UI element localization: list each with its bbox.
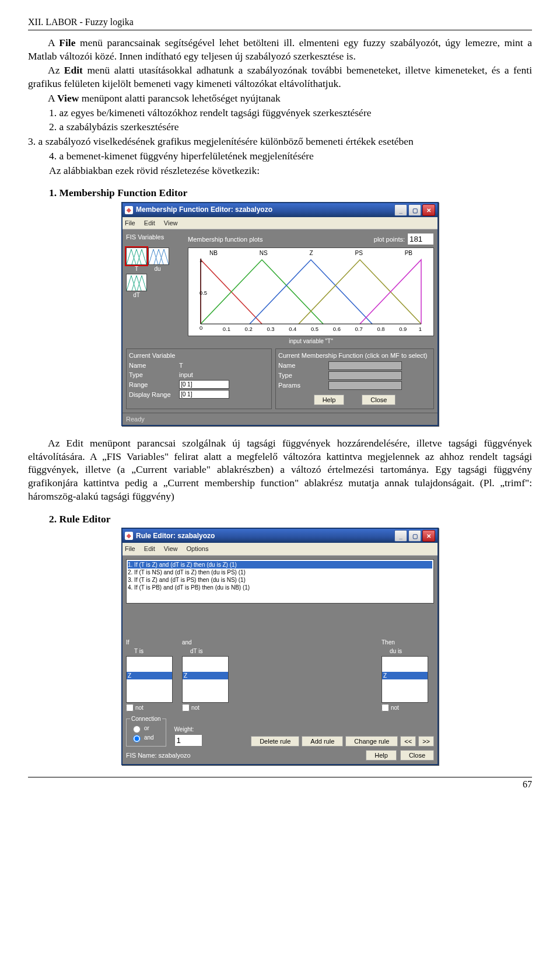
matlab-icon: ◆ — [125, 532, 133, 540]
rule-2[interactable]: 2. If (T is NS) and (dT is Z) then (du i… — [128, 569, 432, 576]
radio-or[interactable]: or — [130, 724, 162, 733]
minimize-button[interactable]: _ — [394, 204, 407, 216]
svg-text:0.4: 0.4 — [289, 327, 296, 333]
menu-view[interactable]: View — [164, 545, 178, 552]
menu-file[interactable]: File — [125, 219, 135, 226]
fisname-label: FIS Name: szabalyozo — [126, 751, 191, 759]
heading-re: 2. Rule Editor — [49, 512, 532, 526]
mf-plot[interactable]: NB NS Z PS PB — [188, 247, 434, 336]
var-T-box[interactable] — [126, 247, 147, 265]
bold-edit: Edit — [64, 64, 83, 76]
curvar-label: Current Variable — [129, 351, 269, 360]
var-dT-label: dT — [126, 291, 147, 299]
re-title: Rule Editor: szabalyozo — [136, 532, 215, 541]
mfe-window: ◆ Membership Function Editor: szabalyozo… — [121, 202, 439, 426]
svg-text:0: 0 — [200, 326, 202, 332]
fis-variables-label: FIS Variables — [126, 233, 184, 241]
re-help-button[interactable]: Help — [366, 750, 397, 761]
menu-view[interactable]: View — [164, 219, 178, 226]
paragraph-view: A View menüpont alatti parancsok lehetős… — [28, 92, 532, 105]
menu-options[interactable]: Options — [187, 545, 209, 552]
bold-file: File — [59, 37, 75, 48]
mf-type-select[interactable] — [328, 371, 402, 380]
menu-edit[interactable]: Edit — [144, 545, 155, 552]
re-close-button[interactable]: Close — [400, 750, 434, 761]
svg-text:1: 1 — [200, 258, 202, 264]
var-du-label: du — [147, 265, 168, 273]
page-number: 67 — [28, 777, 532, 791]
maximize-button[interactable]: ▢ — [408, 530, 421, 542]
connection-group: Connection or and — [126, 715, 166, 747]
menu-edit[interactable]: Edit — [144, 219, 155, 226]
svg-text:0.5: 0.5 — [311, 327, 318, 333]
mfe-title: Membership Function Editor: szabalyozo — [136, 205, 272, 215]
paragraph-edit: Az Edit menü alatti utasításokkal adhatu… — [28, 64, 532, 90]
svg-text:0.7: 0.7 — [355, 327, 363, 333]
var-dT-box[interactable] — [126, 274, 147, 291]
rule-1[interactable]: 1. If (T is Z) and (dT is Z) then (du is… — [128, 561, 432, 569]
not-T[interactable]: not — [126, 704, 144, 712]
minimize-button[interactable]: _ — [394, 530, 407, 542]
list-item-2: 2. a szabálybázis szerkesztésére — [49, 120, 532, 134]
re-titlebar[interactable]: ◆ Rule Editor: szabalyozo _ ▢ ✕ — [123, 529, 438, 543]
add-rule-button[interactable]: Add rule — [302, 736, 343, 747]
mfe-menubar: File Edit View — [123, 217, 438, 229]
paragraph-follows: Az alábbiakban ezek rövid részletezése k… — [49, 164, 532, 177]
not-dT[interactable]: not — [182, 704, 200, 712]
bold-view: View — [57, 92, 79, 104]
mf-name-input[interactable] — [328, 361, 402, 370]
svg-text:0.2: 0.2 — [245, 327, 253, 333]
plotpoints-input[interactable] — [407, 233, 434, 245]
rule-list[interactable]: 1. If (T is Z) and (dT is Z) then (du is… — [126, 559, 434, 604]
close-button[interactable]: ✕ — [422, 530, 435, 542]
not-du[interactable]: not — [382, 704, 399, 712]
var-du-box[interactable] — [148, 247, 169, 265]
list-item-1: 1. az egyes be/kimeneti változókhoz rend… — [49, 106, 532, 120]
rulenext-button[interactable]: >> — [418, 736, 434, 747]
svg-text:0.9: 0.9 — [399, 327, 407, 333]
drange-input[interactable] — [179, 390, 229, 399]
page-header: XII. LABOR - Fuzzy logika — [28, 16, 532, 30]
mfe-titlebar[interactable]: ◆ Membership Function Editor: szabalyozo… — [123, 203, 438, 217]
plotpoints-label: plot points: — [374, 235, 405, 243]
weight-input[interactable] — [174, 734, 202, 747]
close-button-mfe[interactable]: Close — [362, 395, 396, 405]
curvar-type: input — [179, 371, 193, 379]
var-T-label: T — [126, 265, 147, 273]
list-item-4: 4. a bemenet-kimenet függvény hiperfelül… — [49, 149, 532, 163]
curmf-label: Current Membership Function (click on MF… — [278, 351, 431, 360]
matlab-icon: ◆ — [125, 206, 133, 214]
change-rule-button[interactable]: Change rule — [345, 736, 398, 747]
delete-rule-button[interactable]: Delete rule — [251, 736, 299, 747]
svg-text:0.3: 0.3 — [267, 327, 274, 333]
rule-4[interactable]: 4. If (T is PB) and (dT is PB) then (du … — [128, 584, 432, 591]
mf-params-input[interactable] — [328, 381, 402, 390]
re-menubar: File Edit View Options — [123, 543, 438, 555]
svg-text:0.1: 0.1 — [223, 327, 230, 333]
mfp-label: Membership function plots — [188, 235, 262, 243]
svg-text:0.5: 0.5 — [200, 291, 207, 297]
mfe-statusbar: Ready — [123, 413, 438, 425]
heading-mfe: 1. Membership Function Editor — [49, 186, 532, 200]
select-du[interactable]: NBNS Z PSPB none — [382, 656, 428, 703]
maximize-button[interactable]: ▢ — [408, 204, 421, 216]
svg-text:0.6: 0.6 — [333, 327, 341, 333]
select-dT[interactable]: NBNS Z PSPB none — [182, 656, 229, 703]
menu-file[interactable]: File — [125, 545, 135, 552]
curvar-name: T — [179, 361, 183, 369]
rule-3[interactable]: 3. If (T is Z) and (dT is PS) then (du i… — [128, 576, 432, 584]
radio-and[interactable]: and — [130, 733, 162, 742]
range-input[interactable] — [179, 380, 229, 389]
svg-text:1: 1 — [419, 327, 422, 333]
paragraph-file: A File menü parancsainak segítségével le… — [28, 36, 532, 63]
plot-xlabel: input variable "T" — [188, 337, 434, 345]
paragraph-mfe-desc: Az Edit menüpont parancsai szolgálnak új… — [28, 437, 532, 503]
svg-text:0.8: 0.8 — [377, 327, 384, 333]
help-button[interactable]: Help — [314, 395, 345, 405]
close-button[interactable]: ✕ — [422, 204, 435, 216]
re-window: ◆ Rule Editor: szabalyozo _ ▢ ✕ File Edi… — [121, 528, 439, 765]
select-T[interactable]: NBNS Z PSPB none — [126, 656, 173, 703]
list-item-3: 3. a szabályozó viselkedésének grafikus … — [28, 135, 532, 148]
ruleprev-button[interactable]: << — [400, 736, 416, 747]
